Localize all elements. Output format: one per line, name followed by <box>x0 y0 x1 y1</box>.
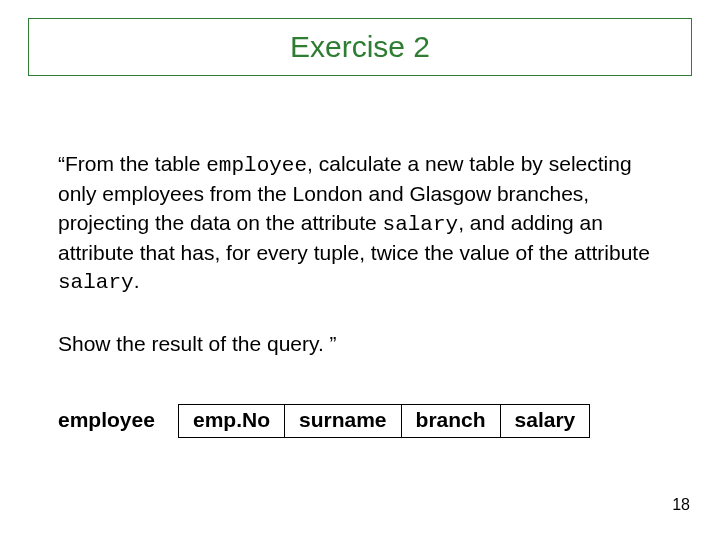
show-result-line: Show the result of the query. ” <box>58 332 337 356</box>
table-row: emp.No surname branch salary <box>179 405 590 438</box>
col-salary: salary <box>500 405 590 438</box>
schema-table: emp.No surname branch salary <box>178 404 590 438</box>
code-employee: employee <box>206 154 307 177</box>
prompt-text-1: “From the table <box>58 152 206 175</box>
code-salary-1: salary <box>383 213 459 236</box>
table-label: employee <box>58 408 155 432</box>
title-box: Exercise 2 <box>28 18 692 76</box>
page-title: Exercise 2 <box>290 30 430 64</box>
col-branch: branch <box>401 405 500 438</box>
col-surname: surname <box>285 405 402 438</box>
prompt-text-4: . <box>134 269 140 292</box>
exercise-prompt: “From the table employee, calculate a ne… <box>58 150 658 298</box>
col-empno: emp.No <box>179 405 285 438</box>
code-salary-2: salary <box>58 271 134 294</box>
page-number: 18 <box>672 496 690 514</box>
